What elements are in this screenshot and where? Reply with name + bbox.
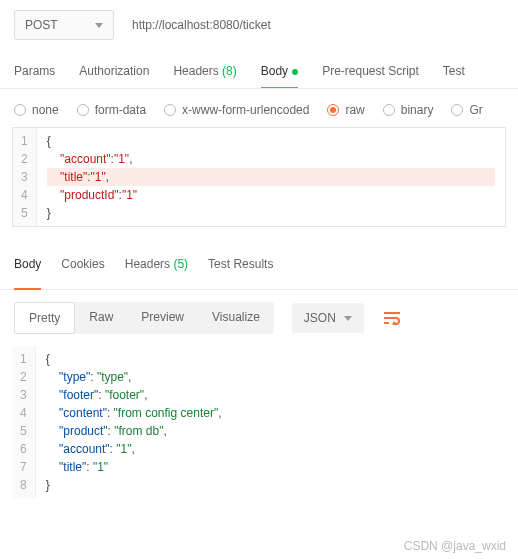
body-type-raw[interactable]: raw <box>327 103 364 117</box>
res-tab-testresults[interactable]: Test Results <box>208 257 273 279</box>
dot-icon <box>292 69 298 75</box>
wrap-lines-icon[interactable] <box>378 304 406 332</box>
view-mode-segment: Pretty Raw Preview Visualize <box>14 302 274 334</box>
body-type-row: none form-data x-www-form-urlencoded raw… <box>0 89 518 127</box>
chevron-down-icon <box>344 316 352 321</box>
tab-params[interactable]: Params <box>14 64 55 88</box>
res-tab-headers[interactable]: Headers (5) <box>125 257 188 279</box>
body-type-binary[interactable]: binary <box>383 103 434 117</box>
tab-body[interactable]: Body <box>261 64 298 88</box>
view-pretty[interactable]: Pretty <box>14 302 75 334</box>
view-preview[interactable]: Preview <box>127 302 198 334</box>
tab-headers[interactable]: Headers (8) <box>173 64 236 88</box>
url-input[interactable] <box>126 10 504 40</box>
body-type-formdata[interactable]: form-data <box>77 103 146 117</box>
tab-tests[interactable]: Test <box>443 64 465 88</box>
tab-authorization[interactable]: Authorization <box>79 64 149 88</box>
body-type-urlencoded[interactable]: x-www-form-urlencoded <box>164 103 309 117</box>
view-raw[interactable]: Raw <box>75 302 127 334</box>
request-tabs: Params Authorization Headers (8) Body Pr… <box>0 46 518 89</box>
http-method-value: POST <box>25 18 58 32</box>
res-tab-cookies[interactable]: Cookies <box>61 257 104 279</box>
http-method-select[interactable]: POST <box>14 10 114 40</box>
body-type-graphql[interactable]: Gr <box>451 103 482 117</box>
response-tabs: Body Cookies Headers (5) Test Results <box>0 227 518 290</box>
language-select[interactable]: JSON <box>292 303 364 333</box>
view-visualize[interactable]: Visualize <box>198 302 274 334</box>
res-tab-body[interactable]: Body <box>14 257 41 290</box>
tab-prerequest[interactable]: Pre-request Script <box>322 64 419 88</box>
chevron-down-icon <box>95 23 103 28</box>
response-body-viewer[interactable]: 12345678 { "type": "type", "footer": "fo… <box>12 346 506 498</box>
body-type-none[interactable]: none <box>14 103 59 117</box>
request-body-editor[interactable]: 12345 { "account":"1", "title":"1", "pro… <box>12 127 506 227</box>
